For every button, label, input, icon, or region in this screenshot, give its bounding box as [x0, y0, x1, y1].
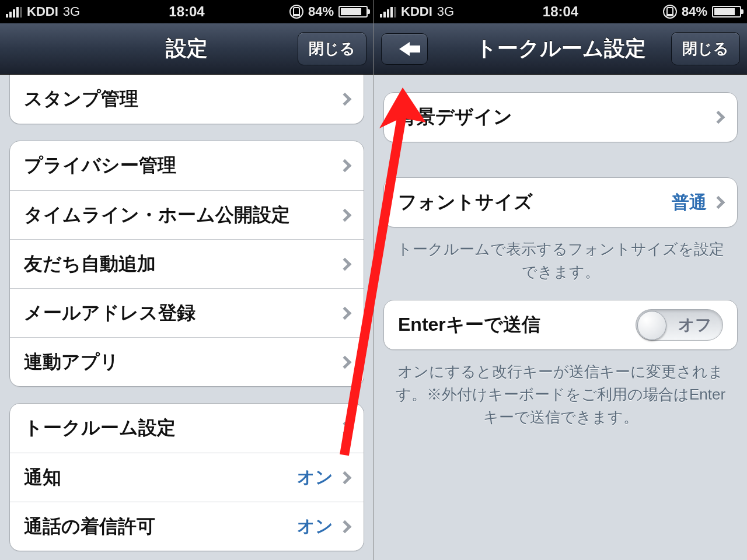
close-button[interactable]: 閉じる: [298, 32, 366, 65]
cell-label: Enterキーで送信: [398, 312, 636, 338]
cell-value: オン: [297, 466, 333, 489]
page-title-talkroom: トークルーム設定: [476, 34, 646, 63]
cell-label: 連動アプリ: [24, 349, 340, 375]
network-label: 3G: [63, 4, 80, 19]
signal-icon: [380, 6, 396, 18]
chevron-right-icon: [338, 306, 352, 320]
settings-content: スタンプ管理 プライバシー管理 タイムライン・ホーム公開設定 友だち自動追加 メ…: [0, 75, 374, 560]
cell-call-permission[interactable]: 通話の着信許可 オン: [10, 502, 364, 551]
chevron-right-icon: [338, 257, 352, 271]
left-pane: KDDI 3G 18:04 84% 設定 閉じる スタンプ管理 プライバシー管理: [0, 0, 374, 560]
chevron-right-icon: [338, 520, 352, 533]
cell-notifications[interactable]: 通知 オン: [10, 453, 364, 502]
cell-auto-add-friends[interactable]: 友だち自動追加: [10, 239, 364, 288]
toggle-knob: [637, 311, 666, 340]
status-bar: KDDI 3G 18:04 84%: [374, 0, 747, 23]
cell-label: フォントサイズ: [398, 190, 672, 215]
battery-icon: [712, 6, 741, 18]
settings-group-privacy: プライバシー管理 タイムライン・ホーム公開設定 友だち自動追加 メールアドレス登…: [9, 141, 364, 387]
cell-label: 通知: [24, 465, 297, 491]
carrier-label: KDDI: [27, 4, 58, 19]
battery-icon: [338, 6, 368, 18]
footer-enter-send: オンにすると改行キーが送信キーに変更されます。※外付けキーボードをご利用の場合は…: [374, 350, 747, 429]
cell-label: タイムライン・ホーム公開設定: [24, 202, 340, 228]
battery-pct: 84%: [682, 4, 707, 19]
page-title-settings: 設定: [166, 34, 208, 63]
cell-email-register[interactable]: メールアドレス登録: [10, 288, 364, 337]
cell-label: スタンプ管理: [24, 86, 340, 112]
chevron-right-icon: [338, 93, 352, 106]
group-fontsize: フォントサイズ 普通: [383, 177, 738, 228]
group-background: 背景デザイン: [383, 92, 738, 142]
cell-label: 背景デザイン: [398, 104, 714, 130]
network-label: 3G: [437, 4, 454, 19]
chevron-right-icon: [712, 111, 725, 124]
cell-linked-apps[interactable]: 連動アプリ: [10, 337, 364, 386]
cell-label: プライバシー管理: [24, 153, 340, 178]
rotation-lock-icon: [289, 5, 303, 19]
status-bar: KDDI 3G 18:04 84%: [0, 0, 374, 23]
arrow-left-icon: [399, 42, 410, 56]
battery-pct: 84%: [308, 4, 334, 19]
chevron-right-icon: [712, 196, 725, 209]
carrier-label: KDDI: [401, 4, 432, 19]
right-pane: KDDI 3G 18:04 84% トークルーム設定 閉じる 背景デザイン フォ…: [374, 0, 747, 560]
group-enter-send: Enterキーで送信 オフ: [383, 300, 738, 350]
talkroom-content: 背景デザイン フォントサイズ 普通 トークルームで表示するフォントサイズを設定で…: [374, 75, 747, 560]
settings-group-talk: トークルーム設定 通知 オン 通話の着信許可 オン: [9, 403, 364, 551]
status-time: 18:04: [543, 0, 578, 23]
cell-background-design[interactable]: 背景デザイン: [384, 93, 737, 142]
cell-stamp-management[interactable]: スタンプ管理: [10, 75, 364, 124]
nav-bar-left: 設定 閉じる: [0, 23, 374, 75]
toggle-label: オフ: [678, 314, 712, 336]
chevron-right-icon: [338, 208, 352, 222]
status-time: 18:04: [169, 0, 204, 23]
chevron-right-icon: [338, 422, 352, 435]
cell-privacy[interactable]: プライバシー管理: [10, 141, 364, 190]
cell-timeline-home[interactable]: タイムライン・ホーム公開設定: [10, 190, 364, 239]
chevron-right-icon: [338, 471, 352, 484]
toggle-enter-send[interactable]: オフ: [636, 309, 723, 341]
chevron-right-icon: [338, 355, 352, 369]
back-button[interactable]: [381, 33, 428, 65]
signal-icon: [6, 6, 22, 18]
nav-bar-right: トークルーム設定 閉じる: [374, 23, 747, 75]
cell-talkroom-settings[interactable]: トークルーム設定: [10, 404, 364, 453]
cell-label: 通話の着信許可: [24, 514, 297, 540]
chevron-right-icon: [338, 159, 352, 173]
cell-label: 友だち自動追加: [24, 251, 340, 277]
cell-value: 普通: [672, 191, 707, 215]
rotation-lock-icon: [663, 5, 677, 19]
cell-font-size[interactable]: フォントサイズ 普通: [384, 178, 737, 227]
close-button[interactable]: 閉じる: [671, 32, 740, 65]
cell-label: メールアドレス登録: [24, 300, 340, 326]
cell-value: オン: [297, 514, 333, 538]
cell-enter-send[interactable]: Enterキーで送信 オフ: [384, 300, 737, 349]
cell-label: トークルーム設定: [24, 415, 340, 441]
settings-group-stamps: スタンプ管理: [9, 75, 364, 124]
footer-fontsize: トークルームで表示するフォントサイズを設定できます。: [374, 228, 747, 284]
